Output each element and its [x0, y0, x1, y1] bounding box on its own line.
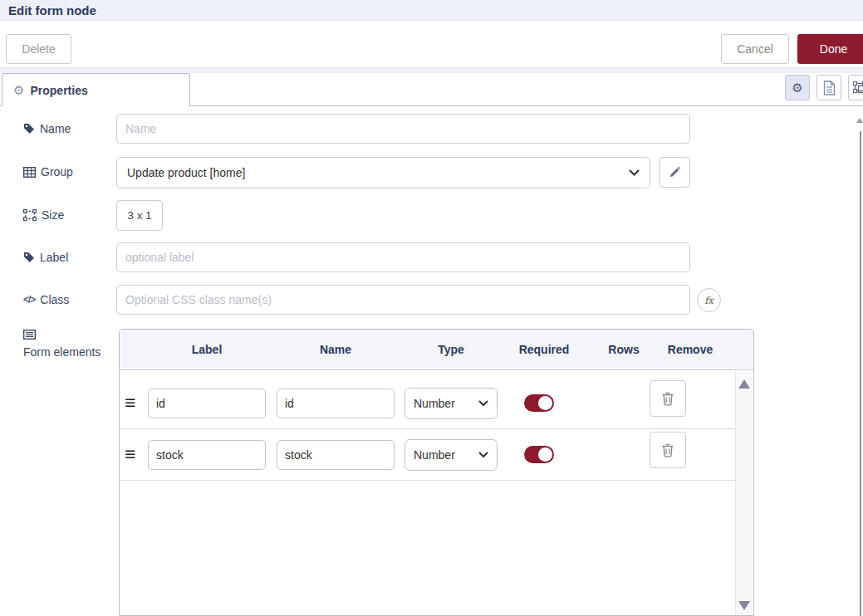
column-header-rows: Rows	[591, 343, 657, 356]
element-row: ≡ Number	[120, 378, 735, 429]
trash-icon	[661, 442, 674, 457]
element-name-input[interactable]	[277, 440, 395, 470]
tab-properties-label: Properties	[30, 84, 87, 97]
cancel-button[interactable]: Cancel	[721, 34, 789, 64]
toggle-knob	[538, 396, 552, 410]
group-field-label: Group	[23, 157, 73, 187]
edit-form-node-dialog: Edit form node Delete Cancel Done ⚙ Prop…	[0, 0, 863, 616]
element-type-select[interactable]: Number	[405, 439, 498, 471]
form-elements-table-header: Label Name Type Required Rows Remove	[120, 330, 753, 370]
class-label-text: Class	[40, 293, 69, 306]
list-icon	[23, 330, 36, 340]
tab-bar: ⚙ Properties ⚙	[0, 73, 863, 106]
table-icon	[23, 167, 36, 178]
label-field-label: Label	[23, 242, 68, 272]
dialog-header: Edit form node	[0, 0, 863, 22]
object-group-icon	[853, 81, 863, 95]
document-icon	[823, 81, 836, 95]
appearance-view-button[interactable]	[848, 75, 863, 100]
required-toggle[interactable]	[524, 394, 554, 412]
name-input[interactable]	[116, 114, 690, 144]
column-header-required: Required	[498, 343, 591, 356]
drag-handle-icon[interactable]: ≡	[125, 445, 141, 464]
column-header-name: Name	[277, 343, 395, 356]
toggle-knob	[538, 447, 552, 462]
elements-list-scrollbar[interactable]	[735, 371, 753, 615]
properties-view-button[interactable]: ⚙	[785, 75, 810, 100]
size-label-text: Size	[42, 208, 64, 222]
gear-icon: ⚙	[792, 81, 802, 94]
trash-icon	[661, 391, 674, 406]
element-name-input[interactable]	[277, 389, 395, 418]
pencil-icon	[669, 166, 681, 178]
scroll-up-arrow-icon[interactable]	[856, 118, 863, 123]
description-view-button[interactable]	[816, 75, 841, 100]
form-elements-label-text: Form elements	[23, 345, 101, 360]
scroll-down-arrow-icon[interactable]	[738, 601, 750, 610]
dialog-title: Edit form node	[8, 3, 96, 17]
form-elements-table: Label Name Type Required Rows Remove ≡ N…	[119, 329, 754, 616]
form-elements-list: ≡ Number	[120, 370, 753, 481]
name-field-label: Name	[23, 114, 71, 144]
tab-properties[interactable]: ⚙ Properties	[2, 73, 190, 106]
properties-panel: Name Group Update product [home]	[0, 106, 863, 616]
scroll-up-arrow-icon[interactable]	[738, 379, 750, 389]
required-toggle[interactable]	[524, 446, 554, 463]
label-input[interactable]	[116, 242, 690, 272]
drag-handle-icon[interactable]: ≡	[125, 394, 141, 413]
toolbar-divider-strip	[0, 66, 863, 73]
fx-expression-button[interactable]: fx	[697, 288, 721, 312]
class-field-label: </> Class	[23, 285, 69, 315]
tag-icon	[23, 252, 35, 263]
group-label-text: Group	[41, 165, 73, 178]
tag-icon	[23, 123, 35, 134]
remove-element-button[interactable]	[650, 432, 686, 468]
form-elements-field-label: Form elements	[23, 330, 106, 360]
column-header-label: Label	[148, 343, 266, 356]
element-type-value: Number	[414, 397, 455, 410]
element-row: ≡ Number	[120, 429, 735, 481]
element-type-value: Number	[414, 448, 455, 462]
edit-group-button[interactable]	[660, 157, 690, 188]
delete-button[interactable]: Delete	[6, 34, 71, 64]
size-field-label: Size	[23, 200, 64, 230]
element-type-select[interactable]: Number	[405, 388, 498, 419]
code-icon: </>	[23, 294, 35, 306]
dialog-toolbar: Delete Cancel Done	[0, 22, 863, 66]
column-header-remove: Remove	[657, 343, 723, 356]
element-label-input[interactable]	[148, 440, 266, 470]
label-label-text: Label	[40, 251, 68, 264]
size-button[interactable]: 3 x 1	[116, 200, 163, 231]
dialog-scrollbar[interactable]	[856, 106, 863, 616]
name-label-text: Name	[40, 122, 71, 135]
group-select[interactable]: Update product [home]	[116, 157, 650, 188]
element-label-input[interactable]	[148, 389, 266, 418]
scrollbar-thumb[interactable]	[860, 131, 861, 616]
class-input[interactable]	[116, 285, 690, 315]
remove-element-button[interactable]	[650, 380, 686, 417]
done-button[interactable]: Done	[797, 34, 863, 64]
chevron-down-icon	[629, 169, 640, 176]
group-select-value: Update product [home]	[127, 166, 245, 179]
gear-icon: ⚙	[13, 84, 24, 96]
object-group-icon	[23, 209, 37, 221]
chevron-down-icon	[478, 452, 488, 458]
chevron-down-icon	[478, 400, 488, 407]
column-header-type: Type	[405, 343, 498, 356]
